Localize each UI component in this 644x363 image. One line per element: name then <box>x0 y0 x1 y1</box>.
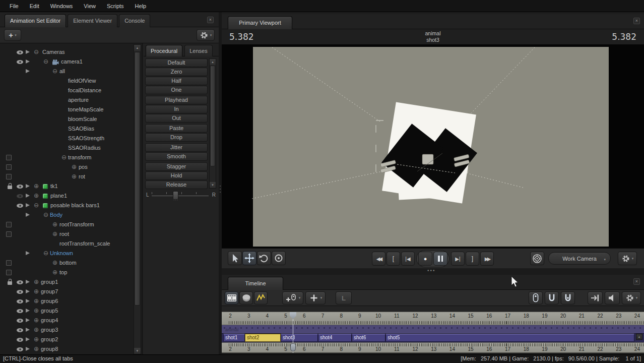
menu-view[interactable]: View <box>78 0 101 12</box>
lock-icon[interactable] <box>8 186 12 189</box>
graph-editor-button[interactable] <box>254 291 268 305</box>
play-arrow-icon[interactable] <box>26 337 30 341</box>
tree-label[interactable]: rootTransform <box>59 220 94 229</box>
fast-forward-button[interactable]: ▶▶ <box>480 252 494 266</box>
record-button[interactable]: ● <box>418 252 432 266</box>
tree-label[interactable]: toneMapScale <box>68 105 103 114</box>
clip-shot5[interactable]: shot5 <box>385 334 634 342</box>
play-arrow-icon[interactable] <box>26 309 30 313</box>
play-arrow-icon[interactable] <box>26 251 30 255</box>
checkbox[interactable] <box>6 164 12 170</box>
expand-icon[interactable]: ⊖ <box>52 67 57 76</box>
tab-lenses[interactable]: Lenses <box>184 45 212 56</box>
scroll-up-icon[interactable]: ▲ <box>134 45 141 51</box>
preset-button-one[interactable]: One <box>145 86 208 94</box>
select-tool-button[interactable] <box>228 251 242 265</box>
tree-row-root[interactable]: ⊕root <box>0 229 142 239</box>
eye-visibility-icon[interactable] <box>17 319 23 323</box>
tree-row-bottom[interactable]: ⊕bottom <box>0 258 142 268</box>
scroll-down-icon[interactable]: ▼ <box>210 182 216 188</box>
expand-icon[interactable]: ⊕ <box>52 220 57 229</box>
play-arrow-icon[interactable] <box>26 194 30 198</box>
camera-mode-button[interactable] <box>530 252 544 265</box>
preset-button-hold[interactable]: Hold <box>145 171 208 180</box>
preset-button-release[interactable]: Release <box>145 180 208 189</box>
preset-button-in[interactable]: In <box>145 105 208 113</box>
tree-row-transform[interactable]: ⊖transform <box>0 153 142 162</box>
tree-label[interactable]: pos <box>79 162 88 172</box>
tree-row-group3[interactable]: ⊕group3 <box>0 325 142 335</box>
tree-label[interactable]: fieldOfView <box>68 76 96 86</box>
play-arrow-icon[interactable] <box>26 50 30 54</box>
checkbox[interactable] <box>6 270 12 275</box>
play-arrow-icon[interactable] <box>26 347 30 351</box>
eye-visibility-icon[interactable] <box>17 194 23 198</box>
preset-button-stagger[interactable]: Stagger <box>145 162 208 171</box>
expand-icon[interactable]: ⊕ <box>34 191 39 201</box>
preset-button-half[interactable]: Half <box>145 77 208 85</box>
play-arrow-icon[interactable] <box>26 59 30 64</box>
tree-row-plane1[interactable]: ⊕plane1 <box>0 191 142 201</box>
tree-row-tonemapscale[interactable]: toneMapScale <box>0 105 142 114</box>
checkbox[interactable] <box>6 155 12 160</box>
play-arrow-icon[interactable] <box>26 213 30 217</box>
move-tool-button[interactable] <box>242 251 256 265</box>
expand-icon[interactable]: ⊕ <box>72 162 77 172</box>
scrollbar-thumb[interactable] <box>135 52 140 306</box>
close-tab-button[interactable]: × <box>633 18 640 24</box>
horizontal-splitter[interactable]: ••• <box>222 268 644 275</box>
expand-icon[interactable]: ⊕ <box>34 306 39 316</box>
eye-visibility-icon[interactable] <box>17 60 23 64</box>
tree-row-posable-black-bars1[interactable]: ⊖posable black bars1 <box>0 201 142 210</box>
tree-row-all[interactable]: ⊖all <box>0 67 142 76</box>
tree-label[interactable]: aperture <box>68 95 89 105</box>
timeline-ruler-bottom[interactable]: 23456789101112131415161718192021222324 <box>222 342 644 353</box>
play-arrow-icon[interactable] <box>26 203 30 207</box>
viewport-3d-scene[interactable] <box>222 44 644 248</box>
eye-visibility-icon[interactable] <box>17 309 23 313</box>
tree-label[interactable]: top <box>59 268 67 277</box>
expand-icon[interactable]: ⊖ <box>34 201 39 210</box>
tree-label[interactable]: group7 <box>41 287 58 296</box>
expand-icon[interactable]: ⊕ <box>52 268 57 277</box>
go-to-out-button[interactable]: ] <box>466 252 479 266</box>
tree-label[interactable]: group3 <box>41 325 58 335</box>
preset-button-default[interactable]: Default <box>145 58 208 67</box>
tree-label[interactable]: SSAOBias <box>68 124 94 134</box>
tree-label[interactable]: bloomScale <box>68 114 97 124</box>
scrollbar-thumb[interactable] <box>210 66 215 166</box>
play-arrow-icon[interactable] <box>26 328 30 332</box>
viewport-settings-button[interactable]: ▾ <box>618 252 637 265</box>
clip-shot2[interactable]: shot2 <box>245 334 281 342</box>
playhead-mode-button[interactable] <box>529 291 543 305</box>
tree-row-bloomscale[interactable]: bloomScale <box>0 114 142 124</box>
eye-visibility-icon[interactable] <box>17 299 23 304</box>
slider-handle[interactable] <box>173 191 178 200</box>
expand-icon[interactable]: ⊕ <box>34 344 39 354</box>
tree-label[interactable]: group5 <box>41 306 58 316</box>
eye-visibility-icon[interactable] <box>17 338 23 342</box>
checkbox[interactable] <box>6 231 12 237</box>
expand-icon[interactable]: ⊕ <box>34 316 39 325</box>
tree-label[interactable]: posable black bars1 <box>50 201 100 210</box>
rewind-button[interactable]: ◀◀ <box>372 252 385 266</box>
audio-button[interactable] <box>605 291 620 305</box>
tree-label[interactable]: focalDistance <box>68 86 101 95</box>
scroll-up-icon[interactable]: ▲ <box>636 334 642 340</box>
tree-row-top[interactable]: ⊕top <box>0 268 142 277</box>
tree-label[interactable]: group1 <box>41 277 58 287</box>
clip-shot4[interactable]: shot4 <box>318 334 352 342</box>
tree-label[interactable]: root <box>59 229 69 239</box>
eye-visibility-icon[interactable] <box>17 50 23 54</box>
eye-visibility-icon[interactable] <box>17 204 23 208</box>
tree-label[interactable]: plane1 <box>50 191 67 201</box>
scroll-down-icon[interactable]: ▼ <box>134 348 141 354</box>
expand-icon[interactable]: ⊖ <box>43 57 48 67</box>
expand-icon[interactable]: ⊕ <box>34 182 39 191</box>
timeline-ruler-top[interactable]: 23456789101112131415161718192021222324 <box>222 312 644 325</box>
tree-label[interactable]: group6 <box>41 296 58 306</box>
tree-label[interactable]: transform <box>68 153 91 162</box>
eye-visibility-icon[interactable] <box>17 328 23 332</box>
play-arrow-icon[interactable] <box>26 69 30 73</box>
preset-button-paste[interactable]: Paste <box>145 124 208 133</box>
